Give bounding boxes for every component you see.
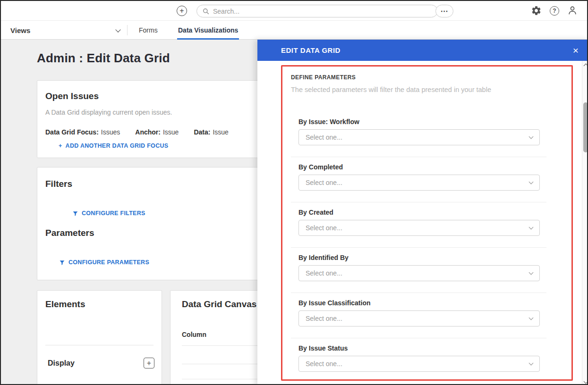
divider [291,157,546,157]
select-value: Select one... [306,134,342,141]
select-value: Select one... [306,360,342,368]
divider [291,338,546,338]
modal-scrollbar[interactable] [582,61,588,385]
select-by-created[interactable]: Select one... [298,220,540,236]
display-label: Display [48,359,75,368]
param-label: By Issue: Workflow [298,118,540,126]
add-data-grid-focus-link[interactable]: + ADD ANOTHER DATA GRID FOCUS [59,142,168,149]
search-input[interactable] [213,8,432,15]
gear-icon[interactable] [531,5,542,17]
scroll-down-icon[interactable] [584,379,588,384]
select-value: Select one... [306,224,342,232]
tab-forms[interactable]: Forms [139,21,158,40]
param-label: By Completed [298,163,540,171]
add-icon[interactable]: + [177,6,187,16]
define-parameters-description: The selected parameters will filter the … [291,86,491,93]
select-value: Select one... [306,179,342,186]
parameters-title: Parameters [45,228,94,238]
param-group: By Identified By Select one... [298,254,540,281]
open-issues-card: Open Issues A Data Grid displaying curre… [37,80,294,158]
param-label: By Identified By [298,254,540,261]
configure-parameters-link[interactable]: CONFIGURE PARAMETERS [59,259,149,266]
tab-data-visualizations[interactable]: Data Visualizations [178,21,238,40]
filter-icon [59,259,65,266]
param-group: By Issue Status Select one... [298,344,540,372]
panel-title: EDIT DATA GRID [281,46,341,54]
select-value: Select one... [306,315,342,322]
chevron-down-icon [529,225,534,229]
divider [291,202,546,202]
search-box[interactable] [196,5,438,17]
select-value: Select one... [306,269,342,277]
edit-data-grid-panel: EDIT DATA GRID × DEFINE PARAMETERS The s… [257,40,588,385]
column-header: Column [182,331,206,338]
plus-icon: + [59,142,62,149]
param-label: By Issue Classification [298,299,540,307]
filters-card: Filters CONFIGURE FILTERS Parameters CON… [37,167,294,280]
filter-icon [72,210,78,217]
divider [291,293,546,293]
display-row: Display + [48,358,154,368]
open-issues-description: A Data Grid displaying current open issu… [45,109,286,116]
select-by-completed[interactable]: Select one... [298,175,540,191]
divider [45,345,153,345]
meta-pair: Data Grid Focus:Issues [45,128,120,136]
param-group: By Issue: Workflow Select one... [298,118,540,145]
user-icon[interactable] [567,5,578,17]
select-by-identified-by[interactable]: Select one... [298,265,540,281]
select-by-issue-status[interactable]: Select one... [298,356,540,372]
divider [291,247,546,248]
select-by-issue-classification[interactable]: Select one... [298,310,540,326]
topbar: + ⋯ ? [1,1,587,21]
configure-filters-link[interactable]: CONFIGURE FILTERS [72,210,145,217]
chevron-down-icon [115,27,120,32]
app-window: + ⋯ ? Views Forms Data Visualizations Ad… [0,0,588,385]
param-group: By Issue Classification Select one... [298,299,540,326]
open-issues-meta: Data Grid Focus:Issues Anchor:Issue Data… [45,128,286,136]
scroll-up-icon[interactable] [584,64,588,68]
nav-divider [127,25,128,35]
define-parameters-heading: DEFINE PARAMETERS [291,74,356,81]
open-issues-title: Open Issues [45,91,286,101]
views-dropdown-label: Views [10,26,30,34]
chevron-down-icon [529,179,534,184]
close-icon[interactable]: × [570,40,581,61]
help-icon[interactable]: ? [550,6,559,16]
meta-pair: Anchor:Issue [135,128,179,136]
page-title: Admin : Edit Data Grid [37,51,170,66]
nav-bar: Views Forms Data Visualizations [1,21,587,40]
filters-title: Filters [45,179,72,189]
param-label: By Created [298,209,540,216]
panel-header: EDIT DATA GRID × [257,40,588,61]
chevron-down-icon [529,315,534,320]
more-options-icon[interactable]: ⋯ [435,5,453,17]
elements-card: Elements Display + [37,290,162,385]
select-by-issue-workflow[interactable]: Select one... [298,129,540,145]
chevron-down-icon [529,270,534,275]
chevron-down-icon [529,134,534,139]
meta-pair: Data:Issue [194,128,228,136]
elements-title: Elements [45,299,153,310]
param-label: By Issue Status [298,344,540,352]
panel-body: DEFINE PARAMETERS The selected parameter… [257,61,588,385]
chevron-down-icon [529,360,534,365]
search-icon [203,8,209,15]
views-dropdown[interactable]: Views [10,21,120,40]
scrollbar-thumb[interactable] [583,102,588,152]
add-display-icon[interactable]: + [144,358,154,368]
param-group: By Completed Select one... [298,163,540,191]
param-group: By Created Select one... [298,209,540,236]
